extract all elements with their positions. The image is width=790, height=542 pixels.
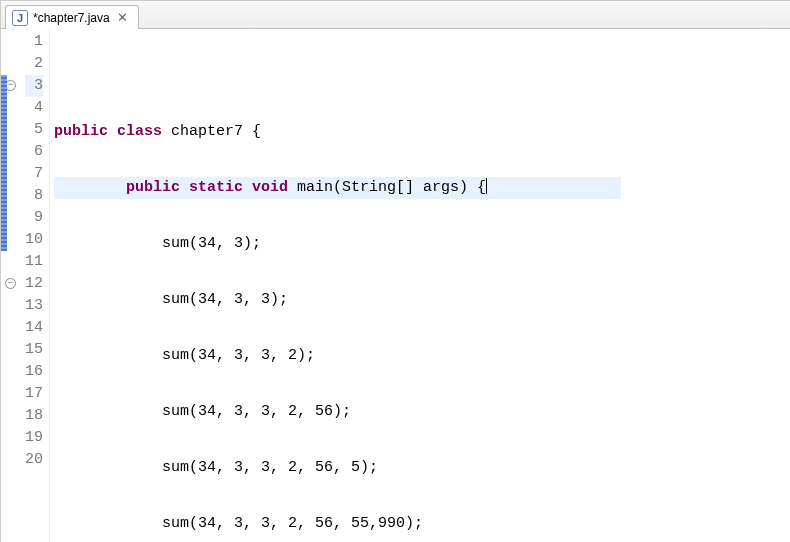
code-area[interactable]: public class chapter7 { public static vo… — [50, 29, 621, 542]
code-line — [54, 65, 621, 87]
editor-tab[interactable]: J *chapter7.java ✕ — [5, 5, 139, 29]
tab-title: *chapter7.java — [33, 11, 110, 25]
tab-bar: J *chapter7.java ✕ — [1, 1, 790, 29]
code-line: public static void main(String[] args) { — [54, 177, 621, 199]
code-editor[interactable]: −− 1234567891011121314151617181920 publi… — [1, 29, 790, 542]
marker-column: −− — [1, 31, 17, 542]
close-icon[interactable]: ✕ — [115, 10, 130, 25]
code-line: sum(34, 3, 3); — [54, 289, 621, 311]
change-marker — [1, 75, 7, 251]
code-line: sum(34, 3, 3, 2, 56, 55,990); — [54, 513, 621, 535]
gutter: −− 1234567891011121314151617181920 — [1, 29, 50, 542]
line-numbers: 1234567891011121314151617181920 — [17, 31, 49, 542]
code-line: sum(34, 3); — [54, 233, 621, 255]
code-line: public class chapter7 { — [54, 121, 621, 143]
code-line: sum(34, 3, 3, 2); — [54, 345, 621, 367]
fold-toggle-icon[interactable]: − — [5, 278, 16, 289]
code-line: sum(34, 3, 3, 2, 56, 5); — [54, 457, 621, 479]
java-file-icon: J — [12, 10, 28, 26]
code-line: sum(34, 3, 3, 2, 56); — [54, 401, 621, 423]
